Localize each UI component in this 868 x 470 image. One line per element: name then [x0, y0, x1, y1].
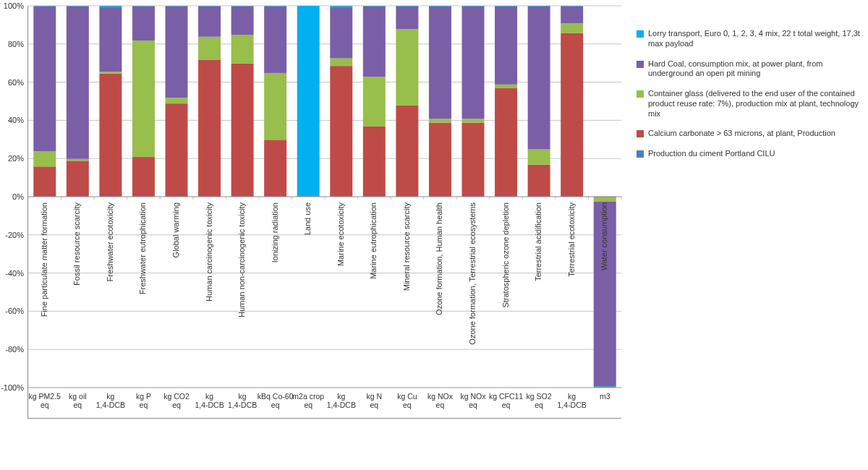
svg-rect-134 — [429, 7, 451, 119]
svg-rect-53 — [132, 7, 155, 41]
svg-rect-59 — [166, 196, 188, 197]
svg-text:Freshwater ecotoxicity: Freshwater ecotoxicity — [106, 202, 114, 282]
legend-swatch-hardcoal — [637, 61, 644, 68]
svg-rect-142 — [462, 119, 485, 122]
svg-rect-135 — [429, 6, 451, 7]
svg-rect-79 — [231, 35, 254, 64]
svg-rect-45 — [99, 6, 122, 7]
svg-text:Fine particulate matter format: Fine particulate matter formation — [40, 202, 48, 317]
svg-rect-160 — [528, 150, 550, 165]
legend-item: Container glass (delivered to the end us… — [637, 89, 861, 119]
svg-text:kBq Co-60: kBq Co-60 — [258, 392, 294, 401]
legend-item: Calcium carbonate > 63 microns, at plant… — [637, 129, 861, 139]
svg-rect-34 — [67, 159, 89, 161]
svg-rect-68 — [198, 196, 221, 197]
svg-rect-131 — [429, 196, 451, 197]
svg-rect-150 — [495, 88, 517, 196]
svg-rect-104 — [330, 196, 352, 197]
svg-rect-149 — [495, 196, 517, 197]
svg-text:eq: eq — [403, 401, 412, 409]
svg-rect-106 — [330, 59, 352, 67]
svg-text:kg NOx: kg NOx — [427, 392, 454, 401]
svg-rect-125 — [396, 7, 418, 30]
legend-label: Hard Coal, consumption mix, at power pla… — [648, 59, 861, 80]
legend-swatch-cement — [637, 150, 644, 158]
svg-text:0%: 0% — [12, 192, 24, 201]
svg-rect-176 — [594, 197, 616, 197]
svg-rect-50 — [132, 196, 155, 197]
svg-rect-141 — [462, 123, 485, 197]
svg-text:eq: eq — [304, 401, 312, 409]
svg-text:-60%: -60% — [5, 307, 24, 315]
svg-rect-90 — [264, 6, 286, 7]
svg-text:Mineral resource scarcity: Mineral resource scarcity — [402, 202, 411, 291]
svg-rect-60 — [166, 103, 188, 196]
svg-text:eq: eq — [370, 401, 378, 409]
svg-rect-162 — [528, 6, 550, 7]
svg-rect-144 — [462, 6, 485, 7]
svg-text:100%: 100% — [4, 1, 24, 10]
svg-rect-158 — [528, 196, 550, 197]
legend-swatch-glass — [637, 90, 644, 98]
svg-text:kg: kg — [205, 392, 213, 401]
svg-text:eq: eq — [271, 401, 280, 409]
svg-rect-178 — [594, 197, 616, 201]
svg-text:80%: 80% — [8, 40, 24, 48]
svg-text:m2a crop: m2a crop — [292, 392, 324, 401]
svg-text:Fossil resource scarcity: Fossil resource scarcity — [72, 202, 81, 286]
svg-text:kg P: kg P — [136, 392, 151, 401]
svg-rect-132 — [429, 123, 451, 197]
svg-text:Ionizing radiation: Ionizing radiation — [271, 202, 279, 262]
legend: Lorry transport, Euro 0, 1, 2, 3, 4 mix,… — [637, 29, 861, 169]
svg-text:-100%: -100% — [1, 383, 24, 392]
svg-rect-81 — [231, 6, 254, 7]
svg-rect-105 — [330, 66, 352, 196]
svg-rect-167 — [561, 196, 583, 197]
svg-rect-35 — [67, 7, 89, 159]
svg-rect-72 — [198, 6, 221, 7]
svg-rect-70 — [198, 37, 221, 60]
svg-text:-80%: -80% — [5, 345, 24, 354]
svg-text:60%: 60% — [8, 78, 24, 87]
svg-rect-24 — [33, 166, 56, 196]
svg-text:kg oil: kg oil — [69, 392, 87, 401]
svg-rect-124 — [396, 29, 418, 106]
svg-rect-113 — [363, 196, 386, 197]
svg-rect-23 — [33, 196, 56, 197]
legend-item: Production du ciment Portland CILU — [637, 149, 861, 159]
svg-rect-71 — [198, 7, 221, 37]
svg-text:eq: eq — [535, 401, 543, 409]
svg-rect-42 — [99, 74, 122, 197]
svg-rect-153 — [495, 6, 517, 7]
svg-rect-107 — [330, 7, 352, 58]
svg-rect-116 — [363, 7, 386, 77]
legend-item: Hard Coal, consumption mix, at power pla… — [637, 59, 861, 80]
svg-text:kg: kg — [337, 392, 345, 401]
svg-text:40%: 40% — [8, 116, 24, 124]
svg-text:Marine ecotoxicity: Marine ecotoxicity — [336, 202, 345, 267]
legend-label: Lorry transport, Euro 0, 1, 2, 3, 4 mix,… — [648, 29, 861, 49]
svg-rect-88 — [264, 73, 286, 140]
svg-text:-20%: -20% — [5, 231, 24, 239]
svg-text:eq: eq — [469, 401, 477, 409]
svg-rect-52 — [132, 40, 155, 157]
svg-text:eq: eq — [73, 401, 82, 409]
svg-rect-133 — [429, 119, 451, 122]
svg-text:kg: kg — [106, 392, 114, 401]
svg-rect-86 — [264, 196, 286, 197]
svg-rect-54 — [132, 6, 155, 7]
svg-text:Human carcinogenic toxicity: Human carcinogenic toxicity — [205, 202, 213, 302]
svg-rect-69 — [198, 59, 221, 196]
svg-rect-151 — [495, 85, 517, 88]
legend-item: Lorry transport, Euro 0, 1, 2, 3, 4 mix,… — [637, 29, 861, 49]
svg-text:1,4-DCB: 1,4-DCB — [195, 401, 224, 409]
legend-label: Production du ciment Portland CILU — [648, 149, 775, 159]
svg-text:Stratospheric ozone depletion: Stratospheric ozone depletion — [501, 202, 510, 308]
svg-rect-99 — [297, 6, 320, 196]
svg-rect-168 — [561, 33, 583, 196]
svg-text:kg NOx: kg NOx — [460, 392, 486, 401]
svg-text:Marine eutrophication: Marine eutrophication — [369, 202, 378, 279]
svg-text:kg Cu: kg Cu — [397, 392, 417, 401]
svg-rect-126 — [396, 6, 418, 7]
svg-text:kg SO2: kg SO2 — [527, 392, 552, 401]
